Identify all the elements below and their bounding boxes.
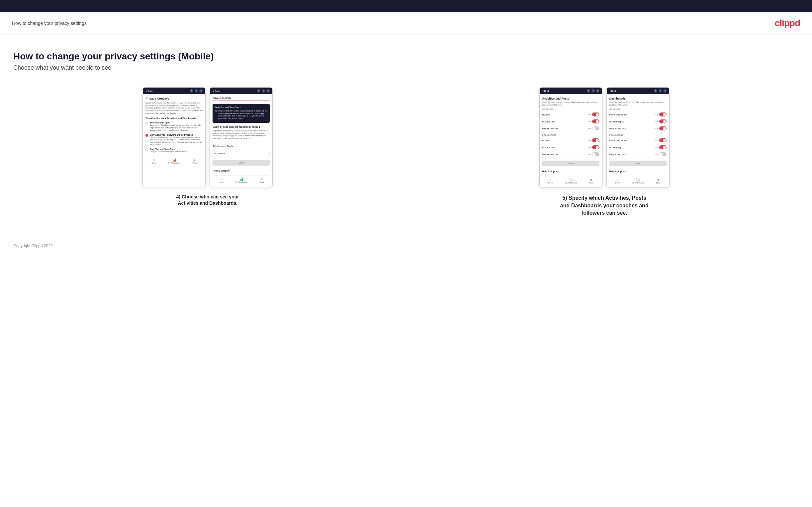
settings-icon[interactable]: ⚙ <box>199 89 203 93</box>
followers-what-to-work-toggle[interactable] <box>659 152 666 156</box>
home-icon-4: ⌂ <box>617 178 619 181</box>
user-icon-2[interactable]: 👤 <box>262 89 265 93</box>
radio-approved[interactable] <box>146 134 148 137</box>
back-btn-4[interactable]: < Back <box>609 90 617 92</box>
on-label-12: ON <box>656 153 658 155</box>
followers-manual-toggle[interactable] <box>592 152 600 156</box>
coaches-what-to-work-label: What To Work On <box>609 127 626 130</box>
option-everyone[interactable]: Everyone on Clippd Everyone on Clippd ca… <box>146 121 203 131</box>
coaches-round-insights-toggle[interactable] <box>659 119 666 123</box>
coaches-rounds-toggle[interactable] <box>592 112 600 116</box>
nav-home-4[interactable]: ⌂ Home <box>615 178 620 184</box>
nav-home-3[interactable]: ⌂ Home <box>548 178 553 184</box>
search-icon[interactable]: 🔍 <box>190 89 193 93</box>
user-icon-3[interactable]: 👤 <box>592 89 595 93</box>
back-btn-3[interactable]: < Back <box>542 90 550 92</box>
option-approved[interactable]: Only Approved Followers and Your Coach O… <box>146 134 203 146</box>
back-btn-2[interactable]: < Back <box>212 90 220 92</box>
caption5-line3: followers can see. <box>581 210 627 216</box>
search-icon-2[interactable]: 🔍 <box>257 89 260 93</box>
coaches-player-dash-label: Player Dashboard <box>609 113 627 116</box>
followers-player-dash-row: Player Dashboard ON <box>609 137 666 144</box>
privacy-tab[interactable]: Privacy Controls <box>212 97 231 101</box>
followers-rounds-row: Rounds ON <box>542 137 600 144</box>
nav-home-1[interactable]: ⌂ Home <box>151 158 156 164</box>
phone-screen-4: < Back 🔍 👤 ⚙ Dashboards Select the dashb… <box>606 87 669 188</box>
footer: Copyright Clippd 2022 <box>0 237 812 255</box>
coaches-round-insights-label: Round Insights <box>609 120 624 123</box>
followers-round-insights-toggle[interactable] <box>659 145 666 149</box>
followers-manual-label: Manual Activities <box>542 153 558 156</box>
option1-desc: Everyone on Clippd can search for you an… <box>150 124 203 131</box>
menu-icon-3: ≡ <box>590 178 592 181</box>
bottom-nav-1: ⌂ Home 📊 My Performance ≡ Menu <box>146 156 203 165</box>
coaches-player-dash-row: Player Dashboard ON <box>609 111 666 118</box>
on-label-7: ON <box>656 113 658 115</box>
settings-icon-4[interactable]: ⚙ <box>663 89 666 93</box>
coaches-drills-toggle[interactable] <box>592 119 600 123</box>
followers-player-dash-toggle[interactable] <box>659 138 666 143</box>
followers-drills-toggle[interactable] <box>592 145 600 149</box>
nav-menu-3[interactable]: ≡ Menu <box>589 178 594 184</box>
screen1-desc: Control how you and your data appears to… <box>146 102 203 114</box>
followers-what-to-work-row: What To Work On ON <box>609 151 666 158</box>
bottom-nav-2: ⌂ Home 📊 My Performance ≡ Menu <box>212 175 270 184</box>
screen3-title: Activities and Posts <box>542 97 600 100</box>
chevron-icon-1: › <box>269 145 270 148</box>
save-btn-3[interactable]: Save <box>542 161 600 166</box>
settings-icon-3[interactable]: ⚙ <box>596 89 600 93</box>
nav-home-2[interactable]: ⌂ Home <box>218 177 223 183</box>
user-icon[interactable]: 👤 <box>195 89 198 93</box>
on-label-4: ON <box>589 139 591 142</box>
coaches-manual-toggle-group: ON <box>589 126 600 130</box>
followers-what-to-work-toggle-group: ON <box>656 152 666 156</box>
coaches-player-dash-toggle[interactable] <box>659 112 666 116</box>
menu-icon-1: ≡ <box>194 158 196 162</box>
followers-round-insights-label: Round Insights <box>609 146 624 149</box>
caption-4: 4) Choose who can see your Activities an… <box>171 194 244 207</box>
menu-icon-4: ≡ <box>657 178 659 181</box>
menu-icon-2: ≡ <box>261 177 263 181</box>
page-title: How to change your privacy settings (Mob… <box>13 51 799 62</box>
on-label-3: ON <box>589 127 591 129</box>
coaches-drills-label: Practice Drills <box>542 120 556 123</box>
nav-menu-1[interactable]: ≡ Menu <box>192 158 197 164</box>
nav-performance-2[interactable]: 📊 My Performance <box>235 177 247 183</box>
bottom-nav-3: ⌂ Home 📊 My Performance ≡ Menu <box>542 176 600 185</box>
option-only-you[interactable]: Only You and Your Coach Only you and the… <box>146 148 203 153</box>
phone-topbar-1: < Back 🔍 👤 ⚙ <box>143 88 205 94</box>
settings-icon-2[interactable]: ⚙ <box>266 89 270 93</box>
nav-performance-3[interactable]: 📊 My Performance <box>565 178 577 184</box>
nav-performance-1[interactable]: 📊 My Performance <box>168 158 180 164</box>
coaches-manual-toggle[interactable] <box>592 126 600 130</box>
phone-screen-3: < Back 🔍 👤 ⚙ Activities and Posts Select… <box>539 87 602 188</box>
user-icon-4[interactable]: 👤 <box>659 89 662 93</box>
nav-menu-4[interactable]: ≡ Menu <box>656 178 661 184</box>
activities-posts-link[interactable]: Activities and Posts › <box>212 143 270 150</box>
chevron-icon-2: › <box>269 152 270 155</box>
radio-only-you[interactable] <box>146 148 148 151</box>
nav-menu-2[interactable]: ≡ Menu <box>259 177 264 183</box>
coaches-what-to-work-toggle[interactable] <box>659 126 666 130</box>
followers-rounds-toggle[interactable] <box>592 138 600 143</box>
save-btn-2[interactable]: Save <box>212 160 270 166</box>
help-support-4: Help & Support <box>609 169 666 173</box>
dashboards-link[interactable]: Dashboards › <box>212 150 270 157</box>
top-bar <box>0 0 812 12</box>
followers-manual-row: Manual Activities ON <box>542 151 600 158</box>
search-icon-3[interactable]: 🔍 <box>587 89 590 93</box>
topbar-icons-4: 🔍 👤 ⚙ <box>654 89 666 93</box>
home-label-3: Home <box>548 182 553 184</box>
followers-rounds-toggle-group: ON <box>589 138 600 143</box>
radio-everyone[interactable] <box>146 122 148 124</box>
back-btn-1[interactable]: < Back <box>146 90 153 92</box>
home-icon-2: ⌂ <box>220 177 222 181</box>
on-label-6: ON <box>589 153 591 155</box>
option3-label: Only You and Your Coach <box>150 148 187 150</box>
search-icon-4[interactable]: 🔍 <box>654 89 657 93</box>
caption-5: 5) Specify which Activities, Posts and D… <box>560 194 649 217</box>
header: How to change your privacy settings clip… <box>0 12 812 35</box>
nav-performance-4[interactable]: 📊 My Performance <box>632 178 644 184</box>
save-btn-4[interactable]: Save <box>609 161 666 166</box>
caption5-line1: 5) Specify which Activities, Posts <box>562 195 646 201</box>
